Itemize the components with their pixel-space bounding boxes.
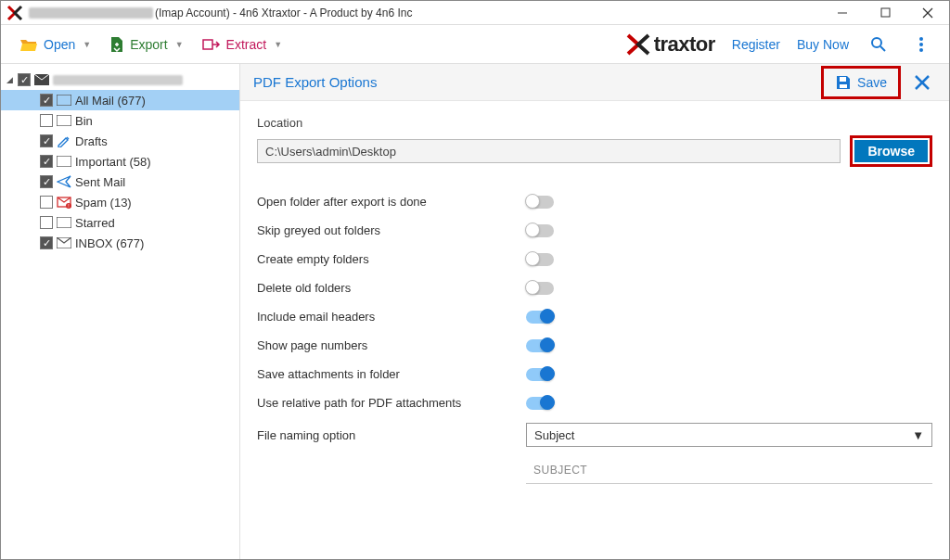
option-row: Open folder after export is done (257, 187, 932, 216)
extract-icon (202, 37, 221, 52)
svg-point-5 (872, 38, 881, 47)
tree-item-label: All Mail (677) (75, 94, 146, 108)
option-label: Delete old folders (257, 281, 526, 295)
envelope-icon (34, 73, 49, 86)
tree-item-all-mail[interactable]: ✓All Mail (677) (1, 90, 239, 110)
option-label: Open folder after export is done (257, 195, 526, 209)
folder-icon (57, 155, 71, 168)
tree-item-starred[interactable]: Starred (1, 212, 239, 233)
file-naming-preview: SUBJECT (526, 460, 932, 484)
option-label: Create empty folders (257, 252, 526, 266)
location-input[interactable] (257, 139, 841, 163)
file-naming-select[interactable]: Subject ▼ (526, 423, 932, 447)
svg-rect-17 (57, 217, 71, 228)
svg-rect-4 (203, 40, 212, 49)
chevron-down-icon: ▼ (83, 40, 91, 49)
svg-point-8 (919, 43, 923, 46)
register-link[interactable]: Register (732, 37, 780, 52)
toggle-delete-old-folders[interactable] (526, 282, 554, 295)
extract-menu[interactable]: Extract ▼ (193, 32, 292, 57)
option-row: Include email headers (257, 302, 932, 331)
checkbox[interactable] (40, 216, 53, 229)
option-row: Create empty folders (257, 245, 932, 274)
inbox-icon (57, 236, 71, 249)
toggle-use-relative-path-for-pdf-attachments[interactable] (526, 397, 554, 410)
export-options-panel: PDF Export Options Save Location (240, 64, 949, 559)
svg-rect-20 (840, 84, 847, 88)
save-button[interactable]: Save (826, 70, 896, 95)
search-button[interactable] (866, 32, 892, 57)
tree-item-bin[interactable]: Bin (1, 110, 239, 131)
toggle-save-attachments-in-folder[interactable] (526, 368, 554, 381)
svg-text:!: ! (68, 203, 69, 209)
option-label: Save attachments in folder (257, 367, 526, 381)
tree-item-label: Sent Mail (75, 175, 125, 189)
tree-item-inbox[interactable]: ✓INBOX (677) (1, 233, 239, 253)
checkbox[interactable] (40, 114, 53, 127)
panel-title: PDF Export Options (253, 74, 377, 90)
svg-line-6 (880, 46, 885, 51)
buy-now-link[interactable]: Buy Now (797, 37, 849, 52)
checkbox[interactable]: ✓ (40, 134, 53, 147)
svg-rect-19 (840, 77, 846, 82)
redacted-account-name (53, 75, 183, 85)
save-disk-icon (835, 74, 852, 91)
tree-item-spam[interactable]: !Spam (13) (1, 192, 239, 212)
toggle-include-email-headers[interactable] (526, 311, 554, 324)
tree-item-label: Starred (75, 216, 115, 230)
checkbox[interactable]: ✓ (40, 175, 53, 188)
svg-point-7 (919, 37, 923, 41)
redacted-account (29, 7, 153, 19)
tree-item-label: Spam (13) (75, 196, 132, 210)
open-menu[interactable]: Open ▼ (10, 32, 100, 57)
tree-item-important[interactable]: ✓Important (58) (1, 151, 239, 172)
option-row: Show page numbers (257, 331, 932, 360)
option-row: Save attachments in folder (257, 360, 932, 388)
svg-point-9 (919, 48, 923, 52)
draft-icon (57, 134, 71, 147)
option-row: Use relative path for PDF attachments (257, 388, 932, 417)
chevron-down-icon: ▼ (274, 40, 282, 49)
checkbox[interactable]: ✓ (40, 155, 53, 168)
tree-root-account[interactable]: ◢ ✓ (1, 70, 239, 90)
close-panel-button[interactable] (908, 69, 936, 96)
toggle-open-folder-after-export-is-done[interactable] (526, 196, 554, 209)
panel-header: PDF Export Options Save (240, 64, 949, 101)
toggle-show-page-numbers[interactable] (526, 339, 554, 352)
minimize-button[interactable] (821, 1, 864, 25)
toggle-skip-greyed-out-folders[interactable] (526, 224, 554, 237)
close-window-button[interactable] (906, 1, 949, 25)
option-label: Show page numbers (257, 338, 526, 352)
checkbox[interactable]: ✓ (40, 94, 53, 107)
spam-icon: ! (57, 196, 71, 209)
checkbox[interactable] (40, 196, 53, 209)
sent-icon (57, 175, 71, 188)
folder-icon (57, 114, 71, 127)
save-highlight: Save (821, 66, 901, 99)
folder-tree: ◢ ✓ ✓All Mail (677)Bin ✓Drafts ✓Importan… (1, 64, 240, 559)
location-label: Location (257, 116, 932, 130)
main-toolbar: Open ▼ Export ▼ Extract ▼ traxtor Regist… (1, 25, 949, 64)
svg-rect-13 (57, 156, 71, 167)
svg-rect-12 (57, 115, 71, 126)
option-label: Skip greyed out folders (257, 223, 526, 237)
tree-item-sent-mail[interactable]: ✓Sent Mail (1, 172, 239, 192)
window-title: (Imap Account) - 4n6 Xtraxtor - A Produc… (29, 6, 412, 19)
window-controls (821, 1, 949, 25)
checkbox[interactable]: ✓ (18, 73, 31, 86)
app-logo-icon (6, 5, 23, 21)
browse-button[interactable]: Browse (854, 140, 928, 162)
maximize-button[interactable] (864, 1, 906, 25)
checkbox[interactable]: ✓ (40, 236, 53, 249)
tree-collapse-icon[interactable]: ◢ (5, 75, 14, 84)
export-menu[interactable]: Export ▼ (100, 31, 192, 58)
tree-item-drafts[interactable]: ✓Drafts (1, 131, 239, 151)
folder-icon (57, 94, 71, 107)
titlebar: (Imap Account) - 4n6 Xtraxtor - A Produc… (1, 1, 949, 25)
tree-item-label: INBOX (677) (75, 236, 144, 250)
more-menu-button[interactable] (908, 32, 934, 57)
option-row: Skip greyed out folders (257, 216, 932, 245)
brand-logo: traxtor (626, 32, 715, 57)
toggle-create-empty-folders[interactable] (526, 253, 554, 266)
folder-open-icon (19, 37, 38, 52)
